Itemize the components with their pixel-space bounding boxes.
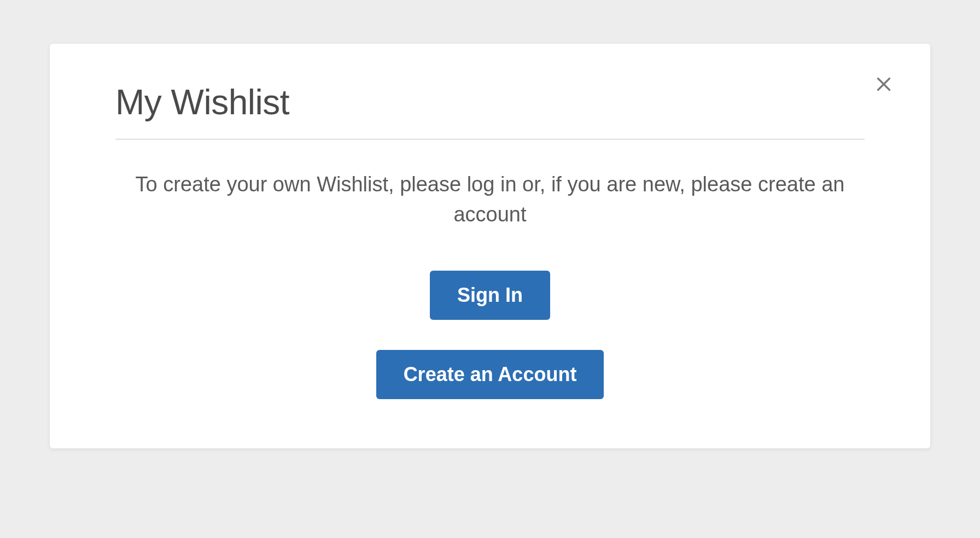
button-group: Sign In Create an Account [115,271,865,399]
divider [115,139,865,139]
close-button[interactable] [870,71,897,98]
wishlist-modal: My Wishlist To create your own Wishlist,… [50,44,930,448]
close-icon [874,74,894,96]
sign-in-button[interactable]: Sign In [430,271,550,320]
modal-description: To create your own Wishlist, please log … [115,169,865,230]
modal-title: My Wishlist [115,82,865,122]
create-account-button[interactable]: Create an Account [376,350,604,399]
